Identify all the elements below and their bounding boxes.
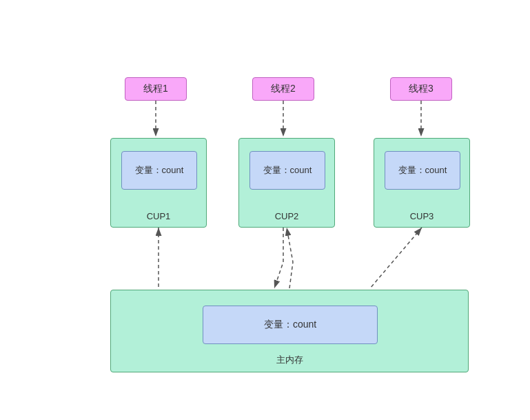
cpu2-label: CUP2 [239,211,334,221]
thread3-label: 线程3 [409,83,434,95]
cpu1-var-label: 变量：count [135,164,184,177]
cpu2-to-memory-arrow [274,228,283,288]
cpu1-var-box: 变量：count [121,151,197,190]
cpu2-var-box: 变量：count [249,151,325,190]
memory-box: 变量：count 主内存 [110,290,469,372]
cpu1-label: CUP1 [111,211,206,221]
memory-to-cpu2-arrow [287,228,293,288]
cpu3-var-label: 变量：count [398,164,447,177]
diagram: 线程1 线程2 线程3 变量：count CUP1 变量：count CUP2 … [0,0,530,420]
cpu2-var-label: 变量：count [263,164,312,177]
cpu3-box: 变量：count CUP3 [374,138,470,228]
memory-var-box: 变量：count [203,306,378,344]
cpu3-label: CUP3 [374,211,469,221]
thread2-label: 线程2 [271,83,296,95]
thread1-box: 线程1 [125,77,187,101]
cpu1-box: 变量：count CUP1 [110,138,207,228]
cpu2-box: 变量：count CUP2 [238,138,335,228]
cpu3-var-box: 变量：count [385,151,460,190]
cpu3-to-memory-arrow [370,228,422,288]
thread2-box: 线程2 [252,77,314,101]
memory-var-label: 变量：count [264,319,316,331]
memory-label: 主内存 [111,354,468,366]
thread3-box: 线程3 [390,77,452,101]
thread1-label: 线程1 [143,83,168,95]
